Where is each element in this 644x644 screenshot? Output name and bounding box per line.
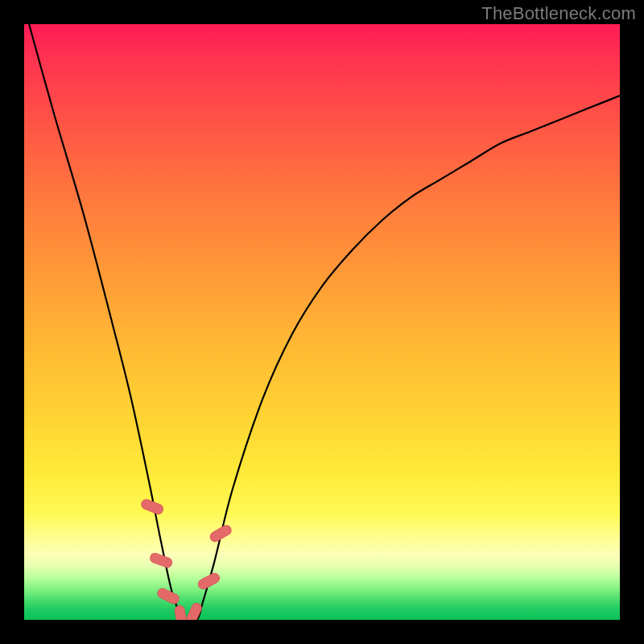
watermark-text: TheBottleneck.com [481,3,636,24]
curve-marker [185,601,204,620]
curve-marker [196,572,221,591]
curve-marker [208,524,233,543]
plot-area [24,24,620,620]
curve-marker [149,552,173,569]
curve-marker [174,605,188,620]
bottleneck-curve-svg [24,24,620,620]
bottleneck-curve-path [24,24,620,620]
chart-frame: TheBottleneck.com [0,0,644,644]
curve-markers [140,498,233,620]
curve-marker [156,587,180,605]
